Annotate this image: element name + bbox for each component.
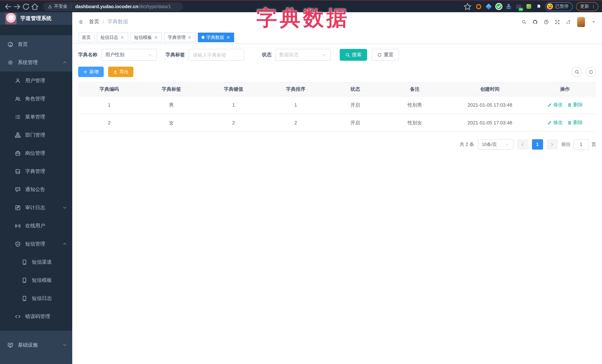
- phone-icon: [22, 295, 27, 301]
- update-label: 更新: [580, 3, 589, 10]
- tab-字典管理[interactable]: 字典管理: [164, 32, 196, 42]
- close-icon[interactable]: [120, 35, 124, 40]
- tab-首页[interactable]: 首页: [78, 32, 95, 42]
- sidebar-item-sms-mgmt[interactable]: 短信管理: [0, 235, 72, 253]
- chevron-right-icon: [550, 142, 555, 147]
- security-chip[interactable]: 不安全: [48, 3, 67, 10]
- sidebar-item-notice[interactable]: 通知公告: [0, 180, 72, 198]
- sidebar-item-sms-template[interactable]: 短信模板: [0, 271, 72, 289]
- browser-update-button[interactable]: 更新: [576, 2, 598, 11]
- sidebar-item-online-user[interactable]: 在线用户: [0, 217, 72, 235]
- tab-label: 短信模板: [134, 34, 152, 41]
- goto-label: 前往: [561, 141, 571, 147]
- user-avatar[interactable]: [577, 17, 585, 27]
- sidebar-item-errcode-mgmt[interactable]: 错误码管理: [0, 307, 72, 325]
- chevron-down-icon: [62, 343, 67, 348]
- ext-toggle-icon[interactable]: [505, 3, 512, 10]
- status-select[interactable]: 数据状态: [275, 49, 331, 61]
- sidebar-item-sms-channel[interactable]: 短信渠道: [0, 253, 72, 271]
- sidebar-item-label: 岗位管理: [25, 150, 45, 156]
- table-row[interactable]: 1男11开启性别男2021-01-05 17:03:48修改删除: [78, 96, 596, 114]
- table-row[interactable]: 2女22开启性别女2021-01-05 17:03:48修改删除: [78, 114, 596, 132]
- bookmark-star-icon[interactable]: [463, 2, 472, 11]
- dict-book-icon: [15, 168, 21, 174]
- announcement-icon: [15, 187, 21, 192]
- extensions-puzzle-icon[interactable]: [535, 3, 542, 10]
- plus-icon: [83, 70, 88, 74]
- reset-button[interactable]: 重置: [372, 49, 399, 61]
- breadcrumb-home[interactable]: 首页: [89, 19, 99, 25]
- edit-link[interactable]: 修改: [547, 119, 563, 126]
- close-icon[interactable]: [226, 35, 230, 40]
- refresh-table-button[interactable]: [586, 67, 596, 77]
- browser-back-icon[interactable]: [4, 2, 13, 11]
- export-button[interactable]: 导出: [108, 67, 133, 77]
- ext-green-sprite-icon[interactable]: [525, 3, 532, 10]
- close-icon[interactable]: [154, 35, 158, 40]
- close-icon[interactable]: [187, 35, 192, 40]
- sidebar-item-dept-mgmt[interactable]: 部门管理: [0, 126, 72, 144]
- column-header: 字典编码: [78, 82, 140, 96]
- url-host: dashboard.yudao.iocoder.cn: [75, 4, 138, 9]
- sidebar-collapse-icon[interactable]: [78, 20, 83, 24]
- address-bar[interactable]: 不安全 dashboard.yudao.iocoder.cn /dict/typ…: [43, 2, 183, 11]
- sidebar-item-infrastructure[interactable]: 基础设施: [0, 336, 72, 354]
- sidebar-item-sms-log[interactable]: 短信日志: [0, 289, 72, 307]
- browser-reload-icon[interactable]: [22, 2, 30, 11]
- ext-blue-gem-icon[interactable]: [485, 3, 492, 10]
- chevron-down-icon: [505, 142, 509, 147]
- help-icon[interactable]: [544, 20, 549, 24]
- sidebar-item-user-mgmt[interactable]: 用户管理: [0, 72, 72, 90]
- column-header: 状态: [327, 82, 384, 96]
- browser-home-icon[interactable]: [30, 2, 39, 11]
- search-icon[interactable]: [522, 20, 527, 24]
- url-divider: [71, 4, 72, 9]
- delete-link[interactable]: 删除: [567, 102, 583, 108]
- sidebar-item-dict-mgmt[interactable]: 字典管理: [0, 162, 72, 180]
- browser-menu-icon[interactable]: [591, 4, 596, 9]
- sidebar-item-label: 短信日志: [32, 295, 52, 302]
- sidebar-item-system-mgmt[interactable]: 系统管理: [0, 53, 72, 72]
- github-icon[interactable]: [533, 20, 538, 24]
- sidebar-item-post-mgmt[interactable]: 岗位管理: [0, 144, 72, 162]
- column-header: 字典键值: [203, 82, 265, 96]
- goto-page-input[interactable]: [573, 139, 589, 150]
- profile-paused-chip[interactable]: 已暂停: [545, 2, 573, 11]
- menu-list-icon: [15, 114, 21, 120]
- add-button[interactable]: 新增: [78, 67, 104, 77]
- table-toolbar: 新增 导出: [78, 67, 596, 77]
- search-button[interactable]: 搜索: [340, 49, 367, 61]
- audit-log-icon: [15, 205, 21, 210]
- delete-link[interactable]: 删除: [567, 119, 583, 126]
- breadcrumb: 首页 / 字典数据: [89, 19, 128, 25]
- shield-icon: [15, 241, 21, 247]
- caret-down-icon[interactable]: [591, 20, 596, 24]
- page-size-select[interactable]: 10条/页: [478, 139, 513, 150]
- tab-短信日志[interactable]: 短信日志: [97, 32, 128, 42]
- next-page-button[interactable]: [547, 139, 558, 150]
- code-icon: [15, 313, 21, 319]
- sidebar-item-role-mgmt[interactable]: 角色管理: [0, 90, 72, 108]
- current-page[interactable]: 1: [532, 139, 543, 150]
- ext-on-badge-icon[interactable]: on: [515, 3, 522, 10]
- online-user-icon: [15, 223, 21, 229]
- edit-link[interactable]: 修改: [547, 102, 563, 108]
- sidebar-logo[interactable]: 芋道管理系统: [0, 12, 72, 25]
- sidebar-item-audit-log[interactable]: 审计日志: [0, 198, 72, 217]
- browser-forward-icon[interactable]: [13, 2, 22, 11]
- toggle-search-button[interactable]: [572, 67, 582, 77]
- sidebar-item-home[interactable]: 首页: [0, 35, 72, 53]
- sidebar-item-menu-mgmt[interactable]: 菜单管理: [0, 108, 72, 126]
- fullscreen-icon[interactable]: [555, 20, 560, 24]
- ext-orange-ring-icon[interactable]: [475, 3, 482, 10]
- chevron-left-icon: [520, 142, 525, 147]
- dict-name-select[interactable]: 用户性别: [101, 49, 157, 61]
- ext-green-check-icon[interactable]: [495, 3, 502, 10]
- dict-label-input[interactable]: [193, 52, 240, 58]
- tab-字典数据[interactable]: 字典数据: [198, 32, 234, 42]
- column-header: 操作: [534, 82, 596, 96]
- tab-短信模板[interactable]: 短信模板: [130, 32, 162, 42]
- cell-status: 开启: [327, 96, 384, 114]
- font-size-icon[interactable]: [566, 20, 571, 24]
- prev-page-button[interactable]: [517, 139, 528, 150]
